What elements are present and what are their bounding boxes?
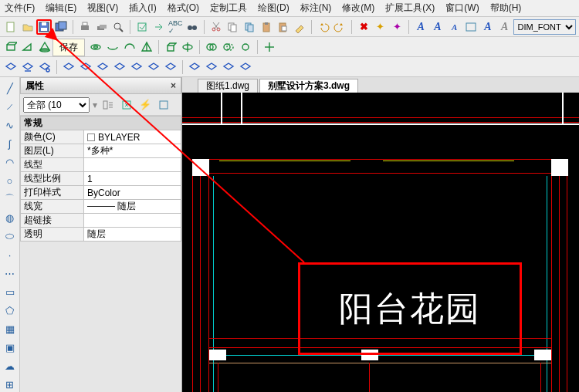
point-tool-icon[interactable]: ·: [2, 247, 18, 262]
rectangle-tool-icon[interactable]: ▭: [2, 284, 18, 299]
tab-drawing1[interactable]: 图纸1.dwg: [198, 79, 258, 93]
undo-icon[interactable]: [316, 19, 331, 35]
donut-tool-icon[interactable]: ◍: [2, 210, 18, 225]
dish-icon[interactable]: [105, 39, 120, 55]
layer5-icon[interactable]: [129, 59, 144, 75]
text-A-icon[interactable]: A: [413, 19, 428, 35]
layer6-icon[interactable]: [146, 59, 161, 75]
redo-icon[interactable]: [333, 19, 348, 35]
copy-base-icon[interactable]: [242, 19, 257, 35]
paste-icon[interactable]: [259, 19, 274, 35]
cut-icon[interactable]: [208, 19, 224, 35]
arc-tool-icon[interactable]: ◠: [2, 154, 18, 170]
cone-icon[interactable]: [37, 39, 52, 55]
prop-layer-value[interactable]: *多种*: [84, 144, 181, 158]
ellipse-tool-icon[interactable]: ⬭: [2, 228, 18, 244]
layer2-icon[interactable]: [78, 59, 93, 75]
drawing-canvas[interactable]: 阳台花园: [182, 93, 579, 392]
layer-icon[interactable]: [3, 59, 19, 75]
wedge-icon[interactable]: [20, 39, 36, 55]
binoculars-icon[interactable]: [185, 19, 200, 35]
props-tool1-icon[interactable]: [100, 97, 116, 113]
ray-tool-icon[interactable]: ⟋: [2, 99, 18, 114]
layer7-icon[interactable]: [163, 59, 178, 75]
extrude-icon[interactable]: [163, 39, 178, 55]
prop-linetype-value[interactable]: [84, 158, 181, 172]
intersect-icon[interactable]: [238, 39, 253, 55]
block-tool-icon[interactable]: ⊞: [2, 377, 18, 392]
menu-window[interactable]: 窗口(W): [445, 2, 479, 15]
save-as-icon[interactable]: [53, 19, 69, 35]
save-button[interactable]: [36, 19, 52, 35]
layer10-icon[interactable]: [221, 59, 236, 75]
prop-printstyle-value[interactable]: ByColor: [84, 186, 181, 200]
dome-icon[interactable]: [122, 39, 137, 55]
layer-state-icon[interactable]: [37, 59, 52, 75]
match-prop-icon[interactable]: [292, 19, 307, 35]
prop-lineweight-value[interactable]: ——— 随层: [84, 200, 181, 214]
polyline-tool-icon[interactable]: ∿: [2, 117, 18, 133]
menu-insert[interactable]: 插入(I): [129, 2, 156, 15]
prop-hyperlink-value[interactable]: [84, 214, 181, 228]
explode-icon[interactable]: ✦: [373, 19, 388, 35]
props-tool2-icon[interactable]: [119, 97, 134, 113]
copy-icon[interactable]: [225, 19, 241, 35]
text-A5-icon[interactable]: A: [497, 19, 513, 35]
props-tool3-icon[interactable]: ⚡: [137, 97, 153, 113]
box-icon[interactable]: [3, 39, 19, 55]
divide-tool-icon[interactable]: ⋯: [2, 265, 18, 281]
menu-draw[interactable]: 绘图(D): [258, 2, 290, 15]
text-A3-icon[interactable]: A: [447, 19, 462, 35]
print-icon[interactable]: [77, 19, 93, 35]
menu-help[interactable]: 帮助(H): [490, 2, 522, 15]
layer1-icon[interactable]: [61, 59, 76, 75]
paste-block-icon[interactable]: [276, 19, 291, 35]
menu-file[interactable]: 文件(F): [5, 2, 35, 15]
properties-filter-select[interactable]: 全部 (10: [23, 97, 90, 113]
prop-ltscale-value[interactable]: 1: [84, 172, 181, 186]
layer4-icon[interactable]: [112, 59, 127, 75]
circle-tool-icon[interactable]: ○: [2, 173, 18, 188]
revolve-icon[interactable]: [180, 39, 195, 55]
text-A2-icon[interactable]: A: [430, 19, 445, 35]
tab-drawing2[interactable]: 别墅设计方案3.dwg: [259, 79, 358, 93]
close-icon[interactable]: ×: [171, 80, 176, 91]
open-folder-icon[interactable]: [20, 19, 36, 35]
pyramid-icon[interactable]: [139, 39, 154, 55]
print-multi-icon[interactable]: [94, 19, 110, 35]
delete-icon[interactable]: ✖: [356, 19, 371, 35]
polygon-tool-icon[interactable]: ⬠: [2, 302, 18, 318]
revcloud-tool-icon[interactable]: ☁: [2, 358, 18, 373]
layer11-icon[interactable]: [238, 59, 253, 75]
union-icon[interactable]: [204, 39, 219, 55]
layer3-icon[interactable]: [95, 59, 110, 75]
menu-format[interactable]: 格式(O): [168, 2, 199, 15]
prop-transp-value[interactable]: 随层: [84, 228, 181, 242]
menu-edit[interactable]: 编辑(E): [46, 2, 76, 15]
purge-icon[interactable]: ✦: [390, 19, 405, 35]
move3d-icon[interactable]: [262, 39, 277, 55]
arc2-tool-icon[interactable]: ⌒: [2, 191, 18, 207]
spline-tool-icon[interactable]: ∫: [2, 136, 18, 151]
subtract-icon[interactable]: [221, 39, 236, 55]
spellcheck-icon[interactable]: ABC✓: [168, 19, 183, 35]
region-tool-icon[interactable]: ▣: [2, 340, 18, 355]
font-select[interactable]: DIM_FONT: [513, 19, 576, 35]
layer8-icon[interactable]: [187, 59, 202, 75]
hatch-tool-icon[interactable]: ▦: [2, 321, 18, 336]
publish-icon[interactable]: [134, 19, 150, 35]
torus-icon[interactable]: [88, 39, 103, 55]
export-icon[interactable]: [151, 19, 167, 35]
new-file-icon[interactable]: [3, 19, 19, 35]
prop-color-value[interactable]: BYLAYER: [84, 130, 181, 144]
line-tool-icon[interactable]: ╱: [2, 80, 18, 96]
layer-prev-icon[interactable]: [20, 59, 36, 75]
menu-modify[interactable]: 修改(M): [342, 2, 374, 15]
text-A4-icon[interactable]: A: [480, 19, 496, 35]
menu-ext[interactable]: 扩展工具(X): [385, 2, 435, 15]
props-tool4-icon[interactable]: [156, 97, 171, 113]
layer9-icon[interactable]: [204, 59, 219, 75]
print-preview-icon[interactable]: [110, 19, 126, 35]
menu-tools[interactable]: 定制工具: [210, 2, 247, 15]
menu-annotate[interactable]: 标注(N): [300, 2, 332, 15]
